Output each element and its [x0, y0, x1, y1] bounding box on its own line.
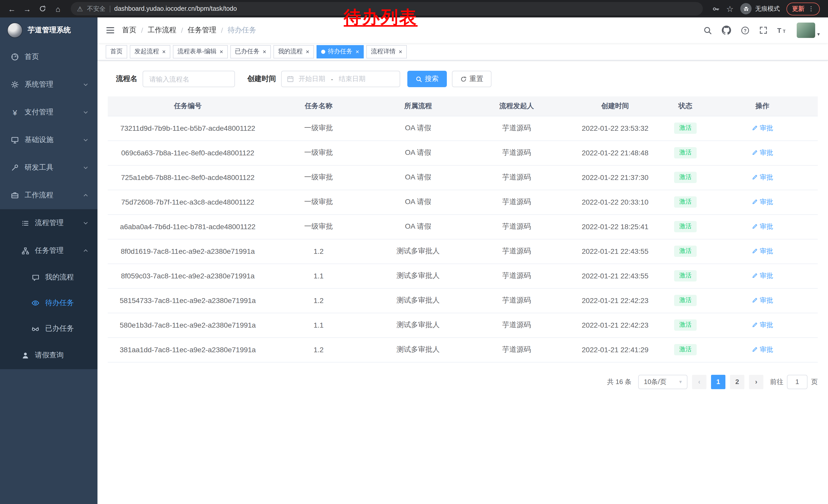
- approve-button[interactable]: 审批: [752, 197, 773, 207]
- breadcrumb-separator: /: [181, 26, 183, 34]
- status-badge: 激活: [674, 295, 697, 306]
- search-button[interactable]: 搜索: [407, 71, 447, 87]
- update-button[interactable]: 更新 ⋮: [786, 2, 820, 15]
- task-id-cell: 8f059c03-7ac8-11ec-a9e2-a2380e71991a: [108, 264, 268, 288]
- process-name-input[interactable]: [142, 71, 235, 87]
- sidebar-item-devtools[interactable]: 研发工具: [0, 154, 97, 182]
- approve-button[interactable]: 审批: [752, 222, 773, 231]
- action-cell: 审批: [707, 239, 818, 264]
- sidebar-item-home[interactable]: 首页: [0, 43, 97, 71]
- end-date-placeholder[interactable]: 结束日期: [339, 74, 366, 84]
- start-date-placeholder[interactable]: 开始日期: [299, 74, 325, 84]
- approve-label: 审批: [760, 345, 773, 354]
- app-logo[interactable]: 芋道管理系统: [0, 17, 97, 43]
- date-range-picker[interactable]: 开始日期 - 结束日期: [281, 71, 400, 87]
- avatar[interactable]: [797, 22, 815, 38]
- incognito-icon: [740, 3, 752, 14]
- status-badge: 激活: [674, 123, 697, 134]
- page-size-select[interactable]: 10条/页 ▾: [638, 374, 688, 389]
- sidebar-item-task-mgmt[interactable]: 任务管理: [0, 237, 97, 265]
- reload-icon[interactable]: [36, 2, 49, 15]
- tab-close-icon[interactable]: ×: [219, 48, 223, 55]
- tab-item[interactable]: 已办任务×: [230, 45, 271, 58]
- chevron-down-icon: [83, 110, 88, 115]
- breadcrumb-item[interactable]: 工作流程: [148, 26, 176, 35]
- status-cell: 激活: [664, 140, 707, 165]
- approve-button[interactable]: 审批: [752, 148, 773, 157]
- github-icon[interactable]: [722, 26, 731, 35]
- breadcrumb-item[interactable]: 首页: [122, 26, 136, 35]
- list-icon: [20, 218, 30, 228]
- create-time-cell: 2022-01-22 23:53:32: [566, 116, 664, 140]
- tab-close-icon[interactable]: ×: [162, 48, 166, 55]
- font-size-icon[interactable]: TT: [777, 26, 787, 35]
- security-label[interactable]: 不安全: [87, 4, 106, 13]
- help-icon[interactable]: ?: [741, 26, 749, 35]
- reset-button[interactable]: 重置: [452, 71, 492, 87]
- starter-cell: 芋道源码: [467, 190, 566, 214]
- sidebar-item-todo-task[interactable]: 待办任务: [0, 290, 97, 316]
- tab-item[interactable]: 首页: [106, 45, 127, 58]
- eye-icon: [31, 299, 40, 308]
- breadcrumb-item[interactable]: 任务管理: [188, 26, 216, 35]
- sidebar-item-done-task[interactable]: 已办任务: [0, 316, 97, 341]
- approve-button[interactable]: 审批: [752, 296, 773, 305]
- tab-item[interactable]: 发起流程×: [130, 45, 170, 58]
- tab-close-icon[interactable]: ×: [356, 48, 359, 55]
- fullscreen-icon[interactable]: [759, 26, 768, 34]
- approve-button[interactable]: 审批: [752, 246, 773, 256]
- address-divider: [110, 5, 110, 12]
- menu-dots-icon[interactable]: ⋮: [808, 5, 814, 12]
- search-icon[interactable]: [703, 26, 712, 35]
- sidebar-item-system[interactable]: 系统管理: [0, 71, 97, 98]
- key-icon[interactable]: [712, 5, 719, 12]
- filter-bar: 流程名 创建时间 开始日期 - 结束日期 搜索 重置: [108, 60, 818, 96]
- total-count: 共 16 条: [607, 377, 631, 386]
- page-button-1[interactable]: 1: [711, 374, 726, 389]
- star-icon[interactable]: ☆: [726, 4, 734, 13]
- task-id-cell: a6aba0a4-7b6d-11ec-b781-acde48001122: [108, 214, 268, 239]
- breadcrumb-current: 待办任务: [227, 26, 256, 35]
- home-icon[interactable]: ⌂: [51, 2, 65, 15]
- tab-item[interactable]: 流程表单-编辑×: [173, 45, 228, 58]
- url-text[interactable]: dashboard.yudao.iocoder.cn/bpm/task/todo: [114, 5, 237, 12]
- sidebar-item-leave-query[interactable]: 请假查询: [0, 341, 97, 369]
- approve-button[interactable]: 审批: [752, 173, 773, 182]
- approve-button[interactable]: 审批: [752, 271, 773, 280]
- tab-close-icon[interactable]: ×: [306, 48, 309, 55]
- approve-button[interactable]: 审批: [752, 124, 773, 133]
- goto-page-input[interactable]: [787, 374, 808, 389]
- forward-icon[interactable]: →: [20, 2, 34, 15]
- sidebar-item-workflow[interactable]: 工作流程: [0, 182, 97, 209]
- tab-item[interactable]: 流程详情×: [366, 45, 407, 58]
- tab-item-active[interactable]: 待办任务×: [317, 45, 364, 58]
- status-badge: 激活: [674, 196, 697, 208]
- back-icon[interactable]: ←: [5, 2, 18, 15]
- page-size-value: 10条/页: [644, 377, 666, 386]
- sidebar-item-my-process[interactable]: 我的流程: [0, 265, 97, 290]
- task-id-cell: 73211d9d-7b9b-11ec-b5b7-acde48001122: [108, 116, 268, 140]
- approve-button[interactable]: 审批: [752, 320, 773, 330]
- user-menu[interactable]: ▾: [797, 22, 820, 38]
- caret-down-icon: ▾: [679, 379, 682, 384]
- status-cell: 激活: [664, 165, 707, 190]
- approve-label: 审批: [760, 246, 773, 256]
- task-name-cell: 一级审批: [268, 140, 369, 165]
- process-name-cell: 测试多审批人: [369, 239, 467, 264]
- menu-label: 研发工具: [25, 163, 53, 172]
- sidebar-item-infrastructure[interactable]: 基础设施: [0, 126, 97, 154]
- address-bar[interactable]: ⚠ 不安全 dashboard.yudao.iocoder.cn/bpm/tas…: [71, 2, 703, 15]
- task-id-cell: 8f0d1619-7ac8-11ec-a9e2-a2380e71991a: [108, 239, 268, 264]
- tab-close-icon[interactable]: ×: [263, 48, 266, 55]
- prev-page-button[interactable]: ‹: [692, 374, 706, 389]
- page-button-2[interactable]: 2: [730, 374, 744, 389]
- tab-close-icon[interactable]: ×: [399, 48, 402, 55]
- tab-label: 流程表单-编辑: [177, 47, 216, 56]
- menu-fold-icon[interactable]: [106, 26, 115, 35]
- incognito-label: 无痕模式: [755, 4, 780, 13]
- sidebar-item-process-mgmt[interactable]: 流程管理: [0, 209, 97, 237]
- sidebar-item-payment[interactable]: ¥ 支付管理: [0, 98, 97, 126]
- next-page-button[interactable]: ›: [749, 374, 763, 389]
- approve-button[interactable]: 审批: [752, 345, 773, 354]
- tab-item[interactable]: 我的流程×: [274, 45, 314, 58]
